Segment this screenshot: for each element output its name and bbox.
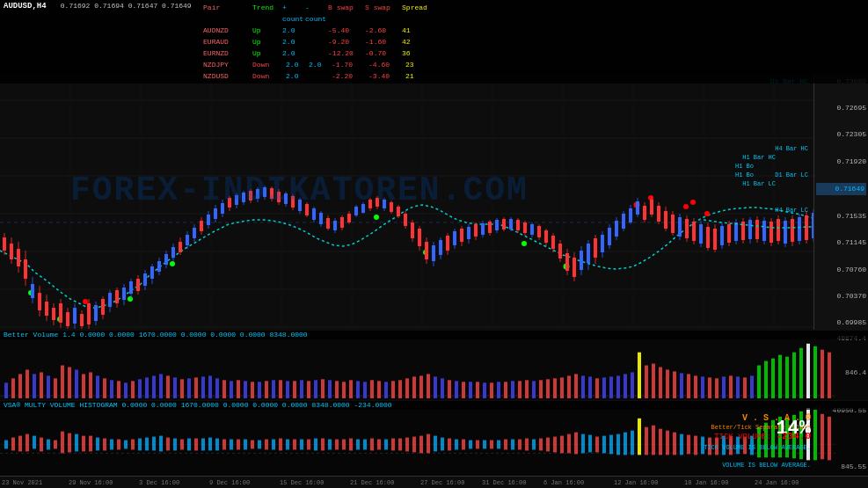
svg-rect-479 — [609, 435, 613, 455]
svg-rect-436 — [307, 440, 310, 450]
pair-nzdusd: NZDUSD — [203, 70, 247, 82]
svg-rect-355 — [588, 376, 592, 398]
svg-rect-399 — [47, 440, 50, 450]
svg-rect-296 — [173, 377, 177, 398]
svg-rect-405 — [89, 436, 92, 452]
ohlc: 0.71692 0.71694 0.71647 0.71649 — [61, 2, 192, 10]
svg-rect-364 — [652, 364, 655, 399]
svg-rect-432 — [279, 439, 282, 451]
svg-rect-427 — [244, 440, 247, 450]
trend-nzdusd: Down — [252, 70, 281, 82]
svg-rect-363 — [645, 366, 648, 399]
svg-rect-331 — [419, 375, 423, 398]
svg-rect-480 — [616, 434, 620, 455]
svg-rect-369 — [687, 374, 690, 398]
pair-row-nzdjpy: NZDJPY Down 2.0 2.0 -1.70 -4.60 23 — [203, 59, 427, 70]
svg-rect-151 — [439, 240, 442, 255]
svg-rect-373 — [715, 378, 718, 398]
minus-audnzd — [305, 25, 323, 36]
svg-rect-358 — [609, 376, 613, 398]
svg-rect-430 — [265, 440, 268, 450]
header-plus-count: + count — [282, 2, 300, 25]
svg-rect-415 — [159, 436, 163, 452]
svg-rect-483 — [638, 419, 641, 455]
bswap-nzdjpy: -1.70 — [332, 59, 363, 70]
svg-rect-382 — [778, 355, 782, 398]
svg-rect-346 — [525, 380, 529, 398]
svg-rect-53 — [108, 293, 112, 307]
svg-rect-491 — [694, 436, 697, 455]
svg-rect-273 — [11, 378, 15, 398]
time-label-2: 3 Dec 16:00 — [139, 479, 179, 486]
tick-volume-label-text: TICK VOLUME: — [714, 433, 771, 441]
svg-rect-234 — [706, 227, 710, 248]
svg-rect-99 — [263, 187, 266, 197]
svg-rect-319 — [335, 381, 339, 398]
svg-rect-285 — [96, 375, 99, 398]
svg-rect-284 — [89, 372, 92, 398]
svg-rect-68 — [157, 261, 161, 272]
minus-nzdjpy: 2.0 — [309, 59, 326, 70]
svg-rect-51 — [101, 299, 105, 315]
plus-euraud: 2.0 — [282, 36, 300, 47]
svg-rect-446 — [377, 440, 381, 450]
svg-rect-306 — [244, 381, 247, 398]
svg-rect-35 — [52, 308, 55, 320]
sswap-nzdjpy: -4.60 — [368, 59, 400, 70]
svg-rect-195 — [587, 244, 590, 263]
svg-rect-203 — [615, 221, 618, 237]
svg-rect-324 — [370, 380, 374, 398]
svg-rect-165 — [488, 222, 492, 233]
svg-rect-403 — [75, 434, 78, 452]
svg-rect-482 — [631, 431, 634, 455]
svg-rect-419 — [187, 439, 191, 451]
time-label-8: 6 Jan 16:00 — [543, 479, 584, 486]
svg-rect-339 — [476, 382, 479, 398]
pair-row-audnzd: AUDNZD Up 2.0 -5.40 -2.60 41 — [203, 25, 427, 36]
svg-rect-325 — [377, 381, 381, 398]
svg-rect-127 — [361, 204, 365, 213]
pair-eurnzd: EURNZD — [203, 47, 247, 59]
sswap-audnzd: -2.60 — [365, 25, 397, 36]
svg-rect-416 — [166, 438, 170, 451]
svg-rect-433 — [286, 440, 289, 450]
svg-rect-447 — [384, 440, 388, 450]
svg-rect-367 — [673, 371, 676, 398]
svg-rect-437 — [314, 439, 317, 451]
svg-rect-161 — [474, 224, 478, 237]
svg-rect-341 — [490, 382, 493, 398]
svg-rect-481 — [624, 433, 627, 455]
volume-info-bar: Better Volume 1.4 0.0000 0.0000 1670.000… — [0, 330, 868, 339]
label-h1-bo: H1 Bo — [735, 163, 754, 170]
svg-rect-379 — [757, 366, 761, 399]
svg-rect-455 — [441, 438, 444, 451]
svg-rect-186 — [558, 244, 562, 259]
svg-rect-240 — [727, 224, 731, 243]
svg-rect-439 — [328, 440, 332, 450]
spread-euraud: 42 — [402, 36, 424, 47]
svg-rect-297 — [180, 379, 184, 398]
sswap-eurnzd: -0.70 — [365, 47, 397, 59]
svg-point-71 — [170, 261, 175, 266]
svg-rect-386 — [806, 344, 810, 398]
svg-rect-393 — [4, 441, 8, 449]
svg-rect-292 — [145, 377, 149, 398]
svg-rect-449 — [398, 439, 402, 451]
svg-rect-215 — [650, 200, 653, 215]
svg-rect-328 — [398, 380, 402, 398]
svg-rect-444 — [363, 440, 367, 450]
vsa-info-bar: VSA® MULTY VOLUME HISTOGRAM 0.0000 0.000… — [0, 400, 868, 410]
symbol-info: AUDUSD,H4 0.71692 0.71694 0.71647 0.7164… — [4, 2, 192, 11]
svg-rect-147 — [425, 242, 428, 259]
svg-rect-431 — [272, 440, 275, 450]
svg-rect-441 — [342, 440, 346, 450]
time-label-3: 9 Dec 16:00 — [209, 479, 250, 486]
svg-rect-336 — [455, 381, 458, 398]
svg-rect-191 — [573, 258, 576, 277]
svg-rect-275 — [26, 369, 29, 398]
time-label-5: 21 Dec 16:00 — [350, 479, 394, 486]
pair-row-nzdusd: NZDUSD Down 2.0 -2.20 -3.40 21 — [203, 70, 427, 82]
time-label-10: 18 Jan 16:00 — [684, 479, 728, 486]
pair-row-eurnzd: EURNZD Up 2.0 -12.20 -0.70 36 — [203, 47, 427, 59]
svg-rect-201 — [608, 228, 611, 245]
